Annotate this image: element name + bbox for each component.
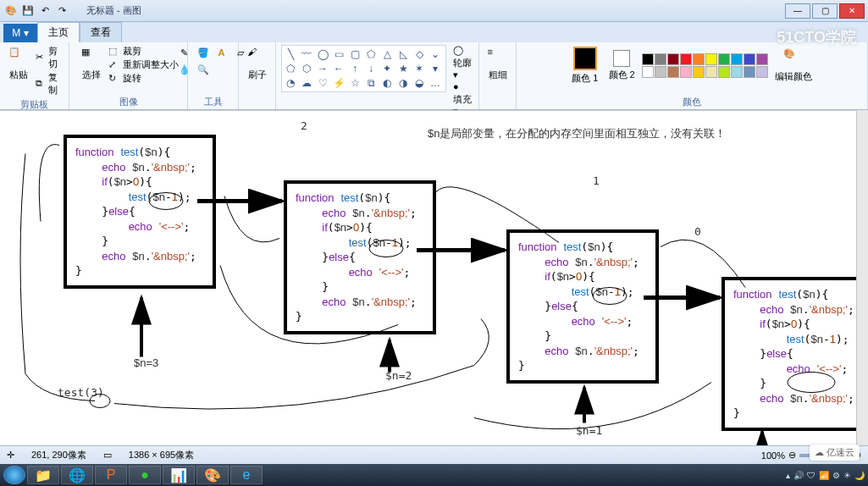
- crop-button[interactable]: ⬚裁剪: [108, 45, 179, 58]
- maximize-button[interactable]: ▢: [812, 3, 838, 19]
- rotate-button[interactable]: ↻旋转: [108, 72, 179, 85]
- tray-icon[interactable]: ⚙: [832, 471, 840, 480]
- shape-diamond-icon[interactable]: ◇: [412, 47, 426, 61]
- palette-swatch[interactable]: [756, 53, 768, 65]
- palette-swatch[interactable]: [756, 66, 768, 78]
- palette-swatch[interactable]: [667, 66, 679, 78]
- tray-icon[interactable]: 🛡: [807, 471, 815, 480]
- palette-swatch[interactable]: [655, 53, 666, 65]
- bucket-icon[interactable]: 🪣: [196, 45, 211, 60]
- palette-swatch[interactable]: [642, 53, 654, 65]
- shape-righttri-icon[interactable]: ◺: [396, 47, 410, 61]
- taskbar-chrome-icon[interactable]: 🌐: [61, 466, 93, 484]
- taskbar-explorer-icon[interactable]: 📁: [27, 466, 59, 484]
- taskbar-ie-icon[interactable]: e: [230, 466, 263, 484]
- shape-tri-icon[interactable]: △: [380, 47, 394, 61]
- color2-button[interactable]: 颜色 2: [605, 48, 639, 83]
- system-tray[interactable]: ▴ 🔊 🛡 📶 ⚙ ☀ 🌙: [786, 471, 865, 480]
- palette-swatch[interactable]: [718, 53, 730, 65]
- size-button[interactable]: ≡ 粗细: [484, 45, 511, 83]
- palette-swatch[interactable]: [642, 66, 654, 78]
- shape-more-icon[interactable]: …: [428, 76, 442, 90]
- shape-hex-icon[interactable]: ⬡: [300, 62, 313, 75]
- palette-swatch[interactable]: [680, 53, 692, 65]
- shape-arrowr-icon[interactable]: →: [316, 62, 329, 75]
- text-icon[interactable]: A: [214, 45, 229, 60]
- shape-rect-icon[interactable]: ▭: [332, 47, 346, 61]
- shape-callout-icon[interactable]: ◔: [284, 76, 297, 90]
- palette-swatch[interactable]: [731, 66, 743, 78]
- palette-swatch[interactable]: [731, 53, 743, 65]
- shape-roundrect-icon[interactable]: ▢: [348, 47, 362, 61]
- zoom-out-button[interactable]: ⊖: [788, 450, 796, 461]
- shape-oval-icon[interactable]: ◯: [316, 47, 329, 61]
- shape-curve-icon[interactable]: 〰: [300, 47, 313, 61]
- taskbar-powerpoint-icon[interactable]: P: [95, 466, 127, 484]
- tab-view[interactable]: 查看: [80, 22, 122, 42]
- shape-etc1-icon[interactable]: ☆: [348, 76, 362, 90]
- pencil-icon[interactable]: ✎: [177, 45, 192, 60]
- redo-icon[interactable]: ↷: [54, 3, 69, 19]
- minimize-button[interactable]: —: [785, 3, 810, 19]
- dropper-icon[interactable]: 💧: [177, 62, 192, 77]
- copy-button[interactable]: ⧉复制: [36, 71, 64, 97]
- shape-chevron-down-icon[interactable]: ⌄: [428, 47, 442, 61]
- explanation-text: $n是局部变量，在分配的内存空间里面相互独立，没有关联！: [428, 126, 726, 141]
- resize-button[interactable]: ⤢重新调整大小: [108, 58, 179, 71]
- shape-etc5-icon[interactable]: ◒: [412, 76, 426, 90]
- shape-pent-icon[interactable]: ⬠: [284, 62, 297, 75]
- color1-button[interactable]: 颜色 1: [568, 45, 601, 86]
- shape-star5-icon[interactable]: ★: [396, 62, 410, 75]
- canvas[interactable]: $n是局部变量，在分配的内存空间里面相互独立，没有关联！ function te…: [0, 110, 856, 461]
- brush-button[interactable]: 🖌 刷子: [244, 45, 271, 83]
- shape-star4-icon[interactable]: ✦: [380, 62, 394, 75]
- zoom-icon[interactable]: 🔍: [196, 62, 211, 77]
- palette-swatch[interactable]: [705, 53, 717, 65]
- palette-swatch[interactable]: [680, 66, 692, 78]
- cut-icon: ✂: [36, 52, 46, 64]
- shape-heart-icon[interactable]: ♡: [316, 76, 329, 90]
- shape-etc4-icon[interactable]: ◑: [396, 76, 410, 90]
- shape-etc3-icon[interactable]: ◐: [380, 76, 394, 90]
- palette-swatch[interactable]: [693, 53, 705, 65]
- vertical-scrollbar[interactable]: [856, 110, 868, 461]
- tray-icon[interactable]: 🌙: [854, 471, 865, 480]
- tray-icon[interactable]: 🔊: [793, 471, 804, 480]
- shape-expand-icon[interactable]: ▾: [428, 62, 442, 75]
- taskbar-paint-icon[interactable]: 🎨: [196, 466, 229, 484]
- shape-arrowl-icon[interactable]: ←: [332, 62, 346, 75]
- tab-home[interactable]: 主页: [37, 22, 80, 42]
- save-icon[interactable]: 💾: [20, 3, 36, 19]
- shape-bubble-icon[interactable]: ☁: [300, 76, 313, 90]
- shape-arrowd-icon[interactable]: ↓: [364, 62, 378, 75]
- shape-gallery[interactable]: ╲〰◯▭▢⬠△◺◇⌄ ⬠⬡→←↑↓✦★✶▾ ◔☁♡⚡☆⧉◐◑◒…: [281, 45, 446, 92]
- shape-etc2-icon[interactable]: ⧉: [364, 76, 378, 90]
- tray-icon[interactable]: ☀: [843, 471, 851, 480]
- select-button[interactable]: ▦ 选择: [78, 45, 105, 83]
- shape-polygon-icon[interactable]: ⬠: [364, 47, 378, 61]
- start-button[interactable]: [3, 466, 25, 484]
- palette-swatch[interactable]: [718, 66, 730, 78]
- file-menu[interactable]: M ▾: [3, 24, 37, 42]
- palette-swatch[interactable]: [667, 53, 679, 65]
- shape-bolt-icon[interactable]: ⚡: [332, 76, 346, 90]
- shape-line-icon[interactable]: ╲: [284, 47, 297, 61]
- palette-swatch[interactable]: [744, 53, 755, 65]
- taskbar-wechat-icon[interactable]: ●: [129, 466, 161, 484]
- color-palette[interactable]: [642, 53, 768, 78]
- cut-button[interactable]: ✂剪切: [36, 45, 64, 70]
- tray-icon[interactable]: 📶: [819, 471, 829, 480]
- close-button[interactable]: ✕: [839, 3, 865, 19]
- undo-icon[interactable]: ↶: [37, 3, 53, 19]
- edit-colors-button[interactable]: 🎨 编辑颜色: [771, 47, 815, 85]
- shape-arrowu-icon[interactable]: ↑: [348, 62, 362, 75]
- outline-button[interactable]: ◯轮廓 ▾: [453, 45, 473, 80]
- palette-swatch[interactable]: [655, 66, 666, 78]
- palette-swatch[interactable]: [705, 66, 717, 78]
- shape-star6-icon[interactable]: ✶: [412, 62, 426, 75]
- taskbar-app1-icon[interactable]: 📊: [163, 466, 195, 484]
- tray-icon[interactable]: ▴: [786, 471, 790, 480]
- paste-button[interactable]: 📋 粘贴: [5, 45, 32, 83]
- palette-swatch[interactable]: [744, 66, 755, 78]
- palette-swatch[interactable]: [693, 66, 705, 78]
